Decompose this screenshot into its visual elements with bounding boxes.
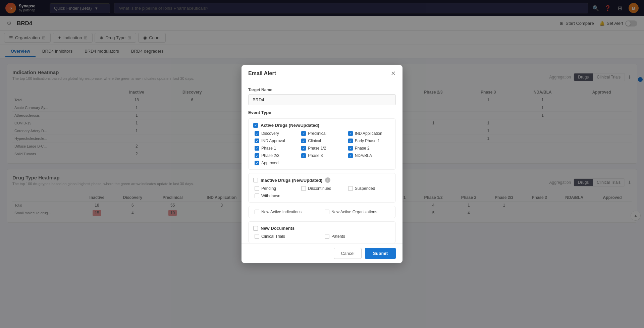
phase2-3-item: Phase 2/3 [255, 153, 297, 158]
clinical-label: Clinical [308, 139, 321, 143]
pending-label: Pending [261, 186, 276, 191]
patents-item: Patents [325, 234, 391, 239]
clinical-trials-doc-item: Clinical Trials [255, 234, 321, 239]
active-drugs-checkbox[interactable] [253, 123, 258, 128]
phase1-checkbox[interactable] [255, 146, 259, 151]
inactive-drugs-items: Pending Discontinued Suspended Withdrawn [253, 186, 391, 198]
ndabla-checkbox[interactable] [348, 153, 353, 158]
ind-approval-item: IND Approval [255, 139, 297, 143]
new-active-items: New Active Indications New Active Organi… [253, 210, 391, 214]
withdrawn-item: Withdrawn [255, 194, 297, 198]
active-drugs-header: Active Drugs (New/Updated) [253, 123, 391, 128]
new-documents-items: Clinical Trials Patents [253, 234, 391, 239]
phase2-3-label: Phase 2/3 [261, 153, 279, 158]
cancel-button[interactable]: Cancel [334, 248, 361, 259]
approved-item: Approved [255, 161, 297, 165]
suspended-label: Suspended [355, 186, 375, 191]
inactive-drugs-checkbox[interactable] [253, 178, 258, 182]
phase2-checkbox[interactable] [348, 146, 353, 151]
phase2-label: Phase 2 [355, 146, 370, 151]
suspended-item: Suspended [348, 186, 391, 191]
suspended-checkbox[interactable] [348, 186, 353, 191]
new-active-indications-item: New Active Indications [255, 210, 321, 214]
approved-checkbox[interactable] [255, 161, 259, 165]
target-name-field-label: Target Name [248, 88, 396, 92]
new-active-indications-checkbox[interactable] [255, 210, 259, 214]
withdrawn-label: Withdrawn [261, 194, 280, 198]
new-documents-label: New Documents [261, 226, 294, 231]
email-alert-modal: Email Alert ✕ Target Name Event Type Act… [241, 65, 402, 263]
preclinical-checkbox[interactable] [301, 131, 306, 136]
early-phase1-checkbox[interactable] [348, 139, 353, 143]
new-active-section: New Active Indications New Active Organi… [248, 206, 396, 218]
discontinued-item: Discontinued [301, 186, 344, 191]
early-phase1-label: Early Phase 1 [355, 139, 380, 143]
phase3-label: Phase 3 [308, 153, 323, 158]
clinical-checkbox[interactable] [301, 139, 306, 143]
active-drugs-section: Active Drugs (New/Updated) Discovery Pre… [248, 118, 396, 170]
phase1-2-label: Phase 1/2 [308, 146, 326, 151]
inactive-drugs-info-icon[interactable]: i [325, 177, 330, 183]
phase2-item: Phase 2 [348, 146, 391, 151]
inactive-drugs-section: Inactive Drugs (New/Updated) i Pending D… [248, 173, 396, 203]
phase1-2-item: Phase 1/2 [301, 146, 344, 151]
preclinical-label: Preclinical [308, 131, 326, 136]
new-active-organizations-label: New Active Organizations [331, 210, 377, 214]
new-active-indications-label: New Active Indications [261, 210, 302, 214]
ind-approval-checkbox[interactable] [255, 139, 259, 143]
phase1-item: Phase 1 [255, 146, 297, 151]
patents-checkbox[interactable] [325, 234, 329, 239]
modal-overlay: Email Alert ✕ Target Name Event Type Act… [0, 0, 644, 328]
discovery-item: Discovery [255, 131, 297, 136]
clinical-trials-doc-label: Clinical Trials [261, 234, 285, 239]
modal-body: Target Name Event Type Active Drugs (New… [241, 82, 402, 243]
event-type-label: Event Type [248, 110, 396, 115]
phase1-label: Phase 1 [261, 146, 276, 151]
modal-title: Email Alert [248, 70, 276, 76]
phase3-checkbox[interactable] [301, 153, 306, 158]
pending-item: Pending [255, 186, 297, 191]
target-name-field[interactable] [248, 94, 396, 105]
preclinical-item: Preclinical [301, 131, 344, 136]
ind-application-item: IND Application [348, 131, 391, 136]
modal-footer: Cancel Submit [241, 243, 402, 263]
clinical-item: Clinical [301, 139, 344, 143]
new-active-organizations-item: New Active Organizations [325, 210, 391, 214]
new-documents-section: New Documents Clinical Trials Patents [248, 221, 396, 243]
new-active-organizations-checkbox[interactable] [325, 210, 329, 214]
phase2-3-checkbox[interactable] [255, 153, 259, 158]
inactive-drugs-header: Inactive Drugs (New/Updated) i [253, 177, 391, 183]
withdrawn-checkbox[interactable] [255, 194, 259, 198]
ndabla-item: NDA/BLA [348, 153, 391, 158]
modal-header: Email Alert ✕ [241, 65, 402, 82]
discontinued-label: Discontinued [308, 186, 331, 191]
discontinued-checkbox[interactable] [301, 186, 306, 191]
early-phase1-item: Early Phase 1 [348, 139, 391, 143]
ind-application-checkbox[interactable] [348, 131, 353, 136]
ind-approval-label: IND Approval [261, 139, 285, 143]
phase1-2-checkbox[interactable] [301, 146, 306, 151]
patents-label: Patents [331, 234, 345, 239]
inactive-drugs-label: Inactive Drugs (New/Updated) [261, 178, 322, 183]
discovery-checkbox[interactable] [255, 131, 259, 136]
new-documents-checkbox[interactable] [253, 226, 258, 231]
ndabla-label: NDA/BLA [355, 153, 372, 158]
active-drugs-items: Discovery Preclinical IND Application IN… [253, 131, 391, 165]
new-documents-header: New Documents [253, 226, 391, 231]
clinical-trials-doc-checkbox[interactable] [255, 234, 259, 239]
active-drugs-label: Active Drugs (New/Updated) [261, 123, 319, 128]
modal-close-button[interactable]: ✕ [391, 70, 396, 76]
submit-button[interactable]: Submit [365, 248, 396, 259]
ind-application-label: IND Application [355, 131, 382, 136]
approved-label: Approved [261, 161, 278, 165]
pending-checkbox[interactable] [255, 186, 259, 191]
phase3-item: Phase 3 [301, 153, 344, 158]
discovery-label: Discovery [261, 131, 279, 136]
